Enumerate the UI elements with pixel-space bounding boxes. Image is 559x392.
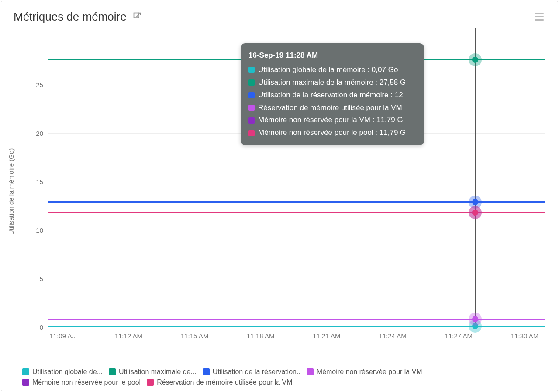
tooltip-row: Réservation de mémoire utilisée pour la … [248, 102, 416, 114]
tooltip-timestamp: 16-Sep-19 11:28 AM [248, 49, 416, 62]
gridline [48, 182, 545, 182]
series-marker-inner [472, 57, 478, 63]
x-tick-label: 11:18 AM [247, 332, 274, 340]
tooltip-row: Utilisation globale de la mémoire : 0,07… [248, 64, 416, 76]
y-tick-label: 5 [40, 275, 43, 282]
legend-label: Mémoire non réservée pour le pool [32, 378, 141, 386]
tooltip-row: Utilisation de la réservation de mémoire… [248, 89, 416, 102]
chart-panel: Métriques de mémoire Utilisation de la m… [1, 1, 558, 391]
x-axis-ticks: 11:09 A..11:12 AM11:15 AM11:18 AM11:21 A… [48, 332, 545, 341]
y-axis-label: Utilisation de la mémoire (Go) [7, 148, 15, 235]
x-tick-label: 11:09 A.. [50, 332, 76, 340]
title-text: Métriques de mémoire [14, 10, 127, 24]
legend-label: Réservation de mémoire utilisée pour la … [157, 378, 292, 386]
x-tick-label: 11:21 AM [313, 332, 340, 340]
legend-swatch [203, 368, 210, 375]
tooltip-text: Réservation de mémoire utilisée pour la … [258, 102, 402, 114]
tooltip-swatch [248, 117, 255, 124]
legend-item[interactable]: Utilisation maximale de... [109, 368, 197, 376]
y-tick-label: 10 [36, 227, 43, 234]
legend-swatch [307, 368, 314, 375]
tooltip-swatch [248, 79, 255, 86]
hover-tooltip: 16-Sep-19 11:28 AM Utilisation globale d… [241, 43, 424, 145]
legend-item[interactable]: Réservation de mémoire utilisée pour la … [147, 378, 292, 386]
tooltip-text: Utilisation globale de la mémoire : 0,07… [258, 64, 398, 76]
legend-label: Mémoire non réservée pour la VM [317, 368, 422, 376]
x-tick-label: 11:15 AM [181, 332, 208, 340]
legend-label: Utilisation globale de... [32, 368, 103, 376]
x-tick-label: 11:30 AM [511, 332, 538, 340]
legend-label: Utilisation de la réservation.. [213, 368, 300, 376]
tooltip-swatch [248, 130, 255, 136]
tooltip-swatch [248, 92, 255, 98]
legend-label: Utilisation maximale de... [119, 368, 197, 376]
panel-header: Métriques de mémoire [1, 1, 558, 29]
x-tick-label: 11:24 AM [379, 332, 406, 340]
tooltip-text: Utilisation maximale de la mémoire : 27,… [258, 76, 406, 89]
tooltip-text: Utilisation de la réservation de mémoire… [258, 89, 403, 102]
legend-swatch [109, 368, 116, 375]
series-marker-inner [472, 210, 478, 216]
tooltip-row: Mémoire non réservée pour le pool : 11,7… [248, 127, 416, 139]
legend: Utilisation globale de...Utilisation max… [22, 368, 545, 386]
tooltip-swatch [248, 105, 255, 111]
tooltip-text: Mémoire non réservée pour le pool : 11,7… [258, 127, 406, 139]
legend-item[interactable]: Mémoire non réservée pour le pool [22, 378, 141, 386]
series-marker-inner [472, 316, 478, 322]
legend-item[interactable]: Mémoire non réservée pour la VM [307, 368, 422, 376]
legend-swatch [22, 379, 29, 386]
y-tick-label: 15 [36, 178, 43, 186]
tooltip-text: Mémoire non réservée pour la VM : 11,79 … [258, 114, 403, 127]
x-tick-label: 11:12 AM [115, 332, 142, 340]
legend-swatch [147, 379, 154, 386]
gridline [48, 279, 545, 279]
expand-icon[interactable] [133, 10, 141, 24]
series-marker-inner [472, 199, 478, 205]
legend-item[interactable]: Utilisation globale de... [22, 368, 103, 376]
panel-title: Métriques de mémoire [14, 10, 141, 24]
x-tick-label: 11:27 AM [445, 332, 473, 340]
y-tick-label: 20 [36, 130, 43, 137]
hamburger-menu-icon[interactable] [533, 11, 545, 22]
legend-swatch [22, 368, 29, 375]
tooltip-row: Utilisation maximale de la mémoire : 27,… [248, 76, 416, 89]
y-tick-label: 0 [40, 323, 43, 331]
gridline [48, 230, 545, 230]
tooltip-swatch [248, 67, 255, 73]
legend-item[interactable]: Utilisation de la réservation.. [203, 368, 300, 376]
y-tick-label: 25 [36, 81, 43, 89]
tooltip-row: Mémoire non réservée pour la VM : 11,79 … [248, 114, 416, 127]
hover-crosshair [475, 28, 476, 327]
